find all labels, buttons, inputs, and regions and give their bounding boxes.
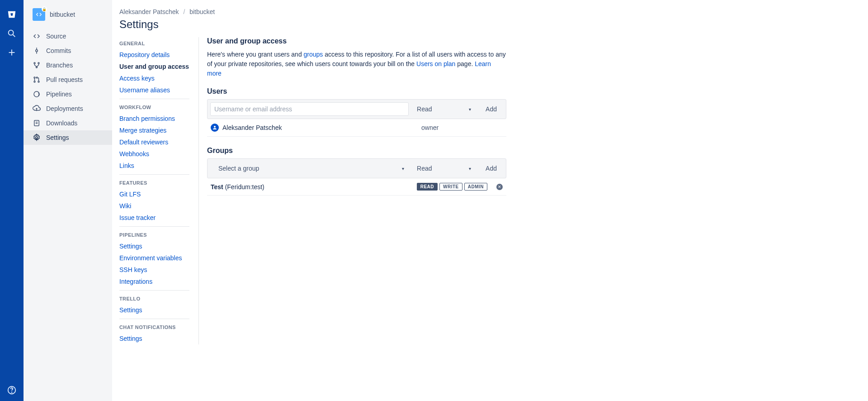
branches-icon	[33, 61, 43, 69]
content-heading: User and group access	[207, 37, 506, 45]
settings-integrations[interactable]: Integrations	[119, 276, 189, 287]
repo-avatar-icon: 🔒	[33, 8, 45, 21]
svg-point-12	[34, 77, 35, 78]
downloads-icon	[33, 119, 43, 127]
section-trello: TRELLO	[119, 290, 189, 304]
settings-env-vars[interactable]: Environment variables	[119, 252, 189, 264]
nav-deployments[interactable]: Deployments	[24, 101, 112, 116]
remove-group-icon[interactable]: ✕	[496, 184, 503, 190]
lock-icon: 🔒	[42, 6, 47, 12]
settings-icon	[33, 134, 43, 142]
group-select[interactable]: Select a group ▾	[214, 162, 409, 175]
nav-pull-requests[interactable]: Pull requests	[24, 72, 112, 87]
content: User and group access Here's where you g…	[199, 37, 506, 344]
group-permission-select[interactable]: Read ▾	[412, 162, 476, 175]
group-suffix: (Feridum:test)	[223, 183, 264, 191]
settings-pipelines-settings[interactable]: Settings	[119, 240, 189, 252]
page-body: Aleksander Patschek / bitbucket Settings…	[112, 0, 868, 363]
breadcrumb-repo[interactable]: bitbucket	[189, 8, 215, 15]
svg-point-10	[38, 62, 39, 64]
settings-access-keys[interactable]: Access keys	[119, 72, 189, 84]
settings-issue-tracker[interactable]: Issue tracker	[119, 212, 189, 224]
user-permission-select[interactable]: Read ▾	[412, 102, 476, 116]
section-pipelines: PIPELINES	[119, 226, 189, 240]
user-search-input[interactable]	[210, 102, 409, 116]
chevron-down-icon: ▾	[469, 166, 471, 171]
settings-repository-details[interactable]: Repository details	[119, 49, 189, 61]
add-user-button[interactable]: Add	[479, 102, 503, 116]
users-heading: Users	[207, 87, 506, 95]
add-group-button[interactable]: Add	[479, 162, 503, 175]
settings-wiki[interactable]: Wiki	[119, 200, 189, 212]
settings-default-reviewers[interactable]: Default reviewers	[119, 136, 189, 148]
svg-point-20	[36, 137, 38, 139]
group-name: Test	[211, 183, 223, 191]
group-row: Test (Feridum:test) READ WRITE ADMIN ✕	[207, 178, 506, 196]
perm-read-button[interactable]: READ	[417, 183, 438, 191]
settings-webhooks[interactable]: Webhooks	[119, 148, 189, 160]
nav-pipelines[interactable]: Pipelines	[24, 87, 112, 101]
container-nav: 🔒 bitbucket Source Commits Branches Pull…	[24, 0, 112, 363]
perm-write-button[interactable]: WRITE	[439, 183, 462, 191]
page-title: Settings	[119, 18, 861, 31]
settings-chat-settings[interactable]: Settings	[119, 333, 189, 344]
commits-icon	[33, 47, 43, 55]
plus-icon[interactable]	[4, 44, 20, 61]
settings-branch-permissions[interactable]: Branch permissions	[119, 113, 189, 124]
global-nav	[0, 0, 24, 363]
svg-point-21	[214, 126, 216, 128]
svg-point-0	[9, 30, 14, 35]
section-features: FEATURES	[119, 174, 189, 188]
settings-git-lfs[interactable]: Git LFS	[119, 188, 189, 200]
settings-merge-strategies[interactable]: Merge strategies	[119, 124, 189, 136]
users-on-plan-link[interactable]: Users on plan	[416, 60, 455, 67]
breadcrumb: Aleksander Patschek / bitbucket	[119, 8, 861, 15]
pull-requests-icon	[33, 76, 43, 84]
source-icon	[33, 32, 43, 40]
groups-link[interactable]: groups	[304, 51, 323, 58]
pipelines-icon	[33, 90, 43, 98]
user-row: Aleksander Patschek owner	[207, 119, 506, 137]
section-chat: CHAT NOTIFICATIONS	[119, 319, 189, 333]
nav-source[interactable]: Source	[24, 29, 112, 43]
nav-downloads[interactable]: Downloads	[24, 116, 112, 130]
intro-text: Here's where you grant users and groups …	[207, 50, 506, 78]
section-workflow: WORKFLOW	[119, 99, 189, 113]
nav-commits[interactable]: Commits	[24, 43, 112, 58]
section-general: GENERAL	[119, 37, 189, 49]
settings-trello-settings[interactable]: Settings	[119, 304, 189, 316]
nav-branches[interactable]: Branches	[24, 58, 112, 72]
perm-admin-button[interactable]: ADMIN	[464, 183, 487, 191]
avatar	[211, 124, 219, 132]
repo-name: bitbucket	[50, 11, 75, 18]
nav-settings[interactable]: Settings	[24, 130, 112, 145]
search-icon[interactable]	[4, 25, 20, 42]
svg-point-6	[36, 50, 38, 52]
permission-buttons: READ WRITE ADMIN	[417, 183, 487, 191]
settings-nav: GENERAL Repository details User and grou…	[119, 37, 199, 344]
svg-line-1	[13, 35, 15, 37]
settings-links[interactable]: Links	[119, 160, 189, 172]
settings-ssh-keys[interactable]: SSH keys	[119, 264, 189, 276]
breadcrumb-owner[interactable]: Aleksander Patschek	[119, 8, 179, 15]
add-user-row: Read ▾ Add	[207, 99, 506, 119]
add-group-row: Select a group ▾ Read ▾ Add	[207, 158, 506, 178]
bitbucket-logo-icon[interactable]	[4, 6, 20, 23]
deployments-icon	[33, 105, 43, 113]
chevron-down-icon: ▾	[469, 107, 471, 112]
svg-point-13	[34, 81, 35, 82]
settings-user-group-access[interactable]: User and group access	[119, 61, 189, 72]
nav-list: Source Commits Branches Pull requests Pi…	[24, 29, 112, 145]
user-role: owner	[421, 124, 503, 131]
chevron-down-icon: ▾	[402, 166, 404, 171]
user-name: Aleksander Patschek	[222, 124, 282, 131]
repo-header[interactable]: 🔒 bitbucket	[24, 5, 112, 29]
settings-username-aliases[interactable]: Username aliases	[119, 84, 189, 96]
svg-point-9	[34, 62, 35, 64]
svg-point-14	[38, 81, 39, 82]
groups-heading: Groups	[207, 147, 506, 155]
